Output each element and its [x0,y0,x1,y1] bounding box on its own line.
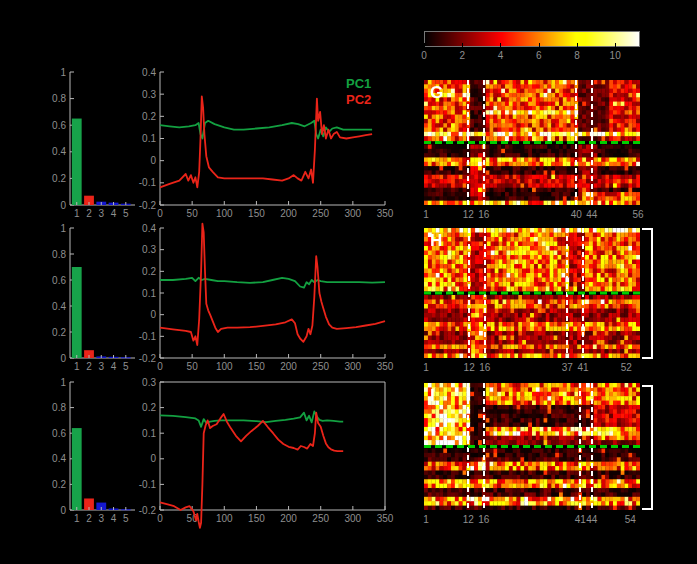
heatmap-x-tick-label: 1 [423,209,429,220]
pc-y-tick-label: 0 [150,155,156,166]
bar-y-tick-label: 0.4 [52,146,66,157]
heatmap-panel-g [424,80,640,205]
pc-y-tick-label: -0.1 [139,479,157,490]
bar-y-tick-label: 1 [60,67,66,78]
bar-x-tick-label: 1 [74,513,80,524]
bar-y-tick-label: 0.6 [52,120,66,131]
pc-x-tick-label: 300 [345,361,362,372]
heatmap-x-tick-label: 12 [463,209,475,220]
heatmap-x-tick-label: 44 [586,209,598,220]
bar-y-tick-label: 0.6 [52,275,66,286]
heatmap-x-tick-label: 44 [586,514,598,525]
pc-y-tick-label: 0 [150,453,156,464]
pc-y-tick-label: 0.4 [142,67,156,78]
pc-x-tick-label: 0 [157,361,163,372]
heatmap-x-tick-label: 1 [423,514,429,525]
heatmap-x-tick-label: 16 [479,362,491,373]
pc-x-tick-label: 250 [312,513,329,524]
heatmap-x-tick-label: 56 [633,209,645,220]
pc-trace-pc2 [160,96,372,187]
bar-y-tick-label: 0.8 [52,93,66,104]
bar-x-tick-label: 5 [123,208,129,219]
pc-x-tick-label: 350 [377,208,394,219]
legend-pc1-label: PC1 [346,77,371,90]
pc-x-tick-label: 200 [280,513,297,524]
colorbar-tick-label: 10 [610,50,622,61]
bar-x-tick-label: 3 [98,208,104,219]
pc-y-tick-label: 0.4 [142,223,156,234]
pc-y-tick-label: 0.3 [142,89,156,100]
pc-trace-pc2 [160,413,343,528]
bar-y-tick-label: 0.4 [52,301,66,312]
pc-x-tick-label: 200 [280,208,297,219]
pc-y-tick-label: -0.2 [139,200,157,211]
heatmap-panel-i [424,383,640,510]
hot-colorbar [424,31,640,47]
pc-x-tick-label: 150 [248,361,265,372]
pc-y-tick-label: 0.1 [142,288,156,299]
scree-bar [72,119,82,205]
pc-y-tick-label: 0.2 [142,266,156,277]
heatmap-x-tick-label: 41 [575,514,587,525]
heatmap-x-tick-label: 54 [625,514,637,525]
pc-y-tick-label: 0.3 [142,377,156,388]
bar-y-tick-label: 0.2 [52,327,66,338]
pc-y-tick-label: 0.1 [142,428,156,439]
bar-x-tick-label: 4 [111,361,117,372]
bar-y-tick-label: 0 [60,505,66,516]
heatmap-x-tick-label: 37 [562,362,574,373]
bracket-panel-h [642,228,653,359]
heatmap-panel-h [424,228,640,358]
bar-x-tick-label: 2 [86,208,92,219]
colorbar-tick-label: 6 [536,50,542,61]
bar-x-tick-label: 3 [98,513,104,524]
bar-x-tick-label: 1 [74,361,80,372]
heatmap-x-tick-label: 41 [577,362,589,373]
pc-x-tick-label: 50 [187,361,199,372]
bar-x-tick-label: 5 [123,361,129,372]
heatmap-x-tick-label: 40 [571,209,583,220]
pc-x-tick-label: 250 [312,208,329,219]
pc-x-tick-label: 100 [216,208,233,219]
pc-trace-pc1 [160,278,385,288]
heatmap-x-tick-label: 12 [464,362,476,373]
pc-y-tick-label: 0.1 [142,133,156,144]
pc-y-tick-label: -0.2 [139,505,157,516]
pc-y-tick-label: -0.1 [139,177,157,188]
bar-y-tick-label: 0.2 [52,479,66,490]
pc-x-tick-label: 350 [377,513,394,524]
bar-y-tick-label: 0.6 [52,428,66,439]
pc-x-tick-label: 100 [216,513,233,524]
panel-label-g: G [430,84,443,101]
bar-x-tick-label: 3 [98,361,104,372]
bar-x-tick-label: 2 [86,361,92,372]
pc-y-tick-label: 0.2 [142,402,156,413]
bar-x-tick-label: 1 [74,208,80,219]
bar-y-tick-label: 1 [60,223,66,234]
colorbar-tick-label: 0 [421,50,427,61]
pc-x-tick-label: 0 [157,513,163,524]
heatmap-x-tick-label: 52 [621,362,633,373]
bar-y-tick-label: 0 [60,200,66,211]
scree-bar [72,267,82,358]
pc-x-tick-label: 150 [248,513,265,524]
panel-label-h: H [430,232,442,249]
pc-x-tick-label: 250 [312,361,329,372]
bar-y-tick-label: 0.8 [52,249,66,260]
heatmap-x-tick-label: 16 [478,209,490,220]
pc-x-tick-label: 350 [377,361,394,372]
bar-x-tick-label: 5 [123,513,129,524]
legend-pc2-label: PC2 [346,93,371,106]
pc-x-tick-label: 300 [345,208,362,219]
colorbar-tick-label: 8 [574,50,580,61]
pc-y-tick-label: -0.1 [139,331,157,342]
bar-y-tick-label: 0.2 [52,173,66,184]
colorbar-tick-label: 2 [459,50,465,61]
heatmap-x-tick-label: 1 [423,362,429,373]
bar-y-tick-label: 1 [60,377,66,388]
pc-y-tick-label: 0 [150,309,156,320]
pc-x-tick-label: 150 [248,208,265,219]
bar-x-tick-label: 4 [111,513,117,524]
bar-x-tick-label: 4 [111,208,117,219]
pc-trace-pc2 [160,224,385,345]
